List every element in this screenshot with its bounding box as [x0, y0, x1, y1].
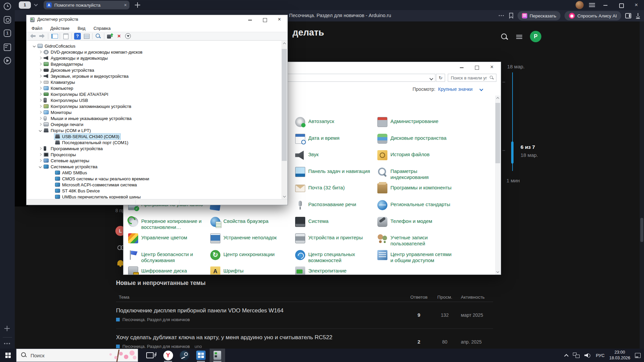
chevron-right-icon[interactable]: [38, 152, 43, 157]
chevron-right-icon[interactable]: [38, 49, 43, 55]
browser-profile-avatar[interactable]: [576, 1, 584, 9]
control-panel-item[interactable]: Дисковые пространства: [377, 134, 455, 144]
refresh-button[interactable]: ↻: [436, 74, 445, 82]
control-panel-item[interactable]: Программы и компоненты: [377, 183, 455, 193]
taskbar-app-control-panel[interactable]: [193, 349, 209, 362]
menu-item[interactable]: Справка: [91, 26, 113, 31]
list-icon[interactable]: [83, 33, 90, 40]
control-panel-item[interactable]: Дата и время: [295, 134, 373, 144]
tree-item[interactable]: CMOS системы и часы реального времени: [27, 176, 282, 182]
tree-item[interactable]: Очереди печати: [27, 121, 282, 127]
topic-tag[interactable]: uno: [195, 344, 202, 349]
tree-item[interactable]: Аудиовходы и аудиовыходы: [27, 55, 282, 61]
history-icon[interactable]: [4, 3, 11, 10]
chevron-right-icon[interactable]: [38, 67, 43, 73]
chevron-right-icon[interactable]: [38, 79, 43, 85]
tree-item[interactable]: Дисковые устройства: [27, 67, 282, 73]
tree-item[interactable]: Контроллеры IDE ATA/ATAPI: [27, 91, 282, 97]
scroll-down-icon[interactable]: [496, 270, 499, 273]
browser-tab[interactable]: A Помогите пожалуйста ×: [44, 1, 129, 9]
tab-counter-badge[interactable]: 1: [4, 29, 11, 37]
tab-group-badge[interactable]: 1: [19, 1, 31, 9]
chevron-right-icon[interactable]: [38, 98, 43, 103]
scrollbar-thumb[interactable]: [282, 49, 287, 161]
control-panel-item[interactable]: Звук: [295, 150, 373, 160]
more-actions-icon[interactable]: [499, 15, 505, 16]
device-manager-titlebar[interactable]: Диспетчер устройств ×: [26, 15, 287, 24]
control-panel-item[interactable]: Распознавание речи: [295, 200, 373, 210]
scroll-up-icon[interactable]: [283, 42, 286, 46]
tab-group-caret-icon[interactable]: [34, 3, 38, 6]
chevron-right-icon[interactable]: [38, 85, 43, 91]
update-driver-icon[interactable]: [107, 33, 113, 40]
tree-item[interactable]: Звуковые, игровые и видеоустройства: [27, 73, 282, 79]
tree-item[interactable]: Сетевые адаптеры: [27, 158, 282, 164]
control-panel-item[interactable]: Центр специальных возможностей: [295, 250, 373, 263]
tree-item[interactable]: Порты (COM и LPT): [27, 127, 282, 133]
side-panel-icon[interactable]: [625, 13, 631, 18]
control-panel-search[interactable]: [448, 74, 496, 82]
chevron-right-icon[interactable]: [38, 104, 43, 109]
control-panel-item[interactable]: AШрифты: [210, 266, 288, 275]
control-panel-item[interactable]: Система: [295, 217, 373, 227]
control-panel-search-input[interactable]: [450, 74, 488, 81]
control-panel-item[interactable]: Управление цветом: [128, 233, 206, 243]
maximize-button[interactable]: [469, 62, 484, 72]
control-panel-item[interactable]: История файлов: [377, 150, 455, 160]
control-panel-item[interactable]: Свойства браузера: [210, 217, 288, 227]
site-menu-icon[interactable]: [516, 35, 522, 39]
close-button[interactable]: ×: [484, 62, 499, 72]
properties-icon[interactable]: [62, 33, 69, 40]
page-scrollbar-thumb[interactable]: [640, 218, 643, 242]
tree-item[interactable]: Процессоры: [27, 152, 282, 158]
maximize-button[interactable]: [257, 15, 272, 24]
taskbar-app-device-manager[interactable]: [210, 349, 225, 362]
scan-icon[interactable]: [95, 33, 102, 40]
address-dropdown-icon[interactable]: [430, 77, 433, 80]
control-panel-item[interactable]: Почта (32 бита): [295, 183, 373, 192]
topic-title[interactable]: Подключение дисплея приборной панели VDO…: [116, 307, 398, 314]
control-panel-item[interactable]: ↻Центр синхронизации: [210, 250, 288, 260]
control-panel-item[interactable]: Автозапуск: [295, 117, 373, 127]
control-panel-item[interactable]: Устранение неполадок: [210, 233, 288, 243]
chevron-right-icon[interactable]: [38, 110, 43, 115]
tab-close-icon[interactable]: ×: [124, 3, 127, 7]
user-avatar[interactable]: P: [530, 31, 541, 42]
taskbar-app-yandex[interactable]: Y: [160, 349, 176, 362]
window-minimize-button[interactable]: [600, 1, 610, 9]
tree-item[interactable]: Видеоадаптеры: [27, 61, 282, 67]
control-panel-item[interactable]: Панель задач и навигация: [295, 167, 373, 177]
topic-category[interactable]: Песочница. Раздел для новичков: [122, 317, 190, 322]
network-icon[interactable]: [573, 353, 580, 358]
hidden-icons-chevron[interactable]: [564, 353, 568, 357]
chevron-right-icon[interactable]: [38, 158, 43, 163]
chevron-right-icon[interactable]: [38, 146, 43, 151]
forward-icon[interactable]: [39, 33, 46, 40]
menu-item[interactable]: Действие: [48, 26, 72, 31]
chevron-right-icon[interactable]: [38, 122, 43, 127]
tree-item[interactable]: Мыши и иные указывающие устройства: [27, 115, 282, 121]
tree-item[interactable]: Программные устройства: [27, 145, 282, 152]
control-panel-scrollbar[interactable]: [495, 96, 500, 275]
topic-title[interactable]: Хочу сделать дубликат ключа на карту, у …: [116, 334, 398, 341]
chevron-down-icon[interactable]: [38, 128, 43, 133]
language-indicator[interactable]: РУС: [596, 353, 604, 358]
close-button[interactable]: ×: [272, 15, 287, 24]
bookmark-icon[interactable]: [509, 13, 514, 19]
tree-item[interactable]: Компьютер: [27, 85, 282, 91]
control-panel-item[interactable]: Администрирование: [377, 117, 455, 127]
more-icon[interactable]: [4, 340, 11, 347]
control-panel-item[interactable]: Центр безопасности и обслуживания: [128, 250, 206, 263]
tree-item[interactable]: ST 48K Bus Device: [27, 188, 282, 194]
minimize-button[interactable]: [454, 62, 469, 72]
chevron-right-icon[interactable]: [38, 55, 43, 61]
taskbar-search[interactable]: [16, 349, 138, 362]
tree-item[interactable]: Мониторы: [27, 109, 282, 115]
chevron-down-icon[interactable]: [38, 164, 43, 169]
minimize-button[interactable]: [243, 15, 257, 24]
tree-item[interactable]: GidroCoficacius: [27, 43, 282, 49]
forum-topic-row[interactable]: Подключение дисплея приборной панели VDO…: [116, 302, 493, 329]
scroll-down-icon[interactable]: [283, 194, 286, 198]
volume-icon[interactable]: [584, 353, 591, 358]
view-caret-icon[interactable]: [480, 88, 483, 91]
